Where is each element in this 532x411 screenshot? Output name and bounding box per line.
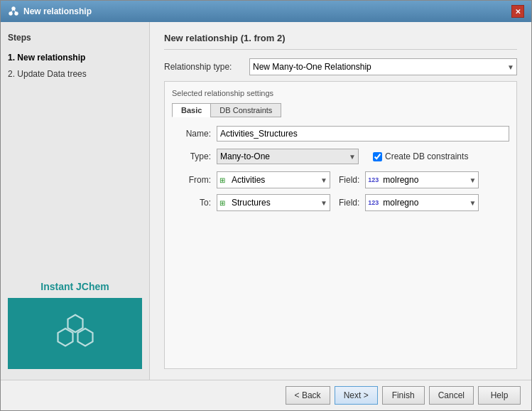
sidebar: Steps 1. New relationship 2. Update Data… [1,22,150,380]
footer: < Back Next > Finish Cancel Help [1,380,531,410]
create-db-constraints-label: Create DB constraints [373,151,468,161]
svg-marker-6 [58,329,72,346]
type-select[interactable]: Many-to-One One-to-Many One-to-One [217,149,359,164]
dialog-icon [8,6,19,17]
sidebar-spacer [8,82,142,281]
dialog: New relationship ✕ Steps 1. New relation… [0,0,532,411]
settings-box: Selected relationship settings Basic DB … [164,81,517,369]
svg-marker-5 [67,315,82,333]
step-2-label: Update Data trees [17,69,86,79]
logo-icon [50,309,100,358]
name-input[interactable] [217,126,509,142]
tab-db-constraints[interactable]: DB Constraints [210,103,281,117]
title-bar-left: New relationship [8,6,92,17]
tabs: Basic DB Constraints [172,103,509,117]
settings-title: Selected relationship settings [172,89,509,97]
tab-basic[interactable]: Basic [172,103,210,117]
to-row: To: ⊞ Structures ▼ Field: 123 molregno [172,194,509,211]
from-row: From: ⊞ Activities ▼ Field: 123 molregno [172,171,509,188]
logo-area [8,298,142,369]
from-label: From: [172,175,211,185]
title-bar: New relationship ✕ [1,1,531,22]
to-field-select[interactable]: molregno [365,194,479,211]
to-table-select-wrapper: ⊞ Structures ▼ [217,194,330,211]
brand-name: Instant JChem [8,281,142,292]
next-button[interactable]: Next > [335,386,378,405]
to-field-select-wrapper: 123 molregno ▼ [365,194,479,211]
step-2-number: 2. [8,69,17,79]
to-label: To: [172,198,211,208]
relationship-type-row: Relationship type: New Many-to-One Relat… [164,58,517,75]
to-table-select[interactable]: Structures [217,194,330,211]
step-1-label: New relationship [17,53,85,63]
sidebar-step-1: 1. New relationship [8,50,142,66]
finish-button[interactable]: Finish [382,386,425,405]
type-row: Type: Many-to-One One-to-Many One-to-One… [172,149,509,164]
to-field-label: Field: [339,198,359,208]
from-table-select[interactable]: Activities [217,171,330,188]
from-table-select-wrapper: ⊞ Activities ▼ [217,171,330,188]
close-button[interactable]: ✕ [511,5,524,18]
from-field-select-wrapper: 123 molregno ▼ [365,171,479,188]
svg-marker-7 [77,329,92,346]
relationship-type-select-wrapper: New Many-to-One Relationship New One-to-… [249,58,517,75]
from-field-select[interactable]: molregno [365,171,479,188]
dialog-title: New relationship [23,6,92,16]
steps-title: Steps [8,33,142,43]
name-label: Name: [172,129,211,139]
sidebar-step-2: 2. Update Data trees [8,66,142,82]
main-title: New relationship (1. from 2) [164,33,517,50]
create-db-constraints-checkbox[interactable] [373,152,382,161]
relationship-type-select[interactable]: New Many-to-One Relationship New One-to-… [249,58,517,75]
relationship-type-label: Relationship type: [164,62,249,72]
back-button[interactable]: < Back [286,386,330,405]
name-row: Name: [172,126,509,142]
from-field-label: Field: [339,175,359,185]
step-1-number: 1. [8,53,17,63]
cancel-button[interactable]: Cancel [429,386,474,405]
help-button[interactable]: Help [478,386,521,405]
create-db-constraints-text: Create DB constraints [385,151,468,161]
type-select-wrapper: Many-to-One One-to-Many One-to-One ▼ [217,149,359,164]
main-content: New relationship (1. from 2) Relationshi… [150,22,531,380]
type-label: Type: [172,151,211,161]
dialog-body: Steps 1. New relationship 2. Update Data… [1,22,531,380]
